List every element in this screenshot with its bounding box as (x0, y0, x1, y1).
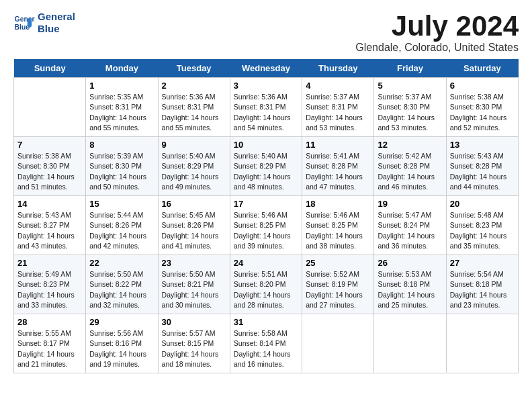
day-number: 19 (378, 199, 442, 209)
day-info: Sunrise: 5:38 AM Sunset: 8:30 PM Dayligh… (17, 151, 82, 192)
logo-text-line2: Blue (38, 23, 75, 35)
day-number: 21 (17, 258, 82, 268)
day-info: Sunrise: 5:56 AM Sunset: 8:16 PM Dayligh… (89, 328, 154, 369)
day-number: 26 (378, 258, 442, 268)
calendar-day-cell (446, 314, 518, 373)
day-number: 27 (450, 258, 515, 268)
day-info: Sunrise: 5:38 AM Sunset: 8:30 PM Dayligh… (450, 92, 515, 133)
day-number: 18 (306, 199, 370, 209)
calendar-day-cell: 22Sunrise: 5:50 AM Sunset: 8:22 PM Dayli… (86, 255, 158, 314)
calendar-day-cell (302, 314, 374, 373)
day-info: Sunrise: 5:57 AM Sunset: 8:15 PM Dayligh… (162, 328, 226, 369)
location: Glendale, Colorado, United States (355, 42, 519, 54)
calendar-day-cell: 21Sunrise: 5:49 AM Sunset: 8:23 PM Dayli… (14, 255, 86, 314)
calendar-day-cell: 1Sunrise: 5:35 AM Sunset: 8:31 PM Daylig… (86, 78, 158, 137)
day-info: Sunrise: 5:51 AM Sunset: 8:20 PM Dayligh… (234, 269, 298, 310)
day-number: 15 (89, 199, 154, 209)
day-info: Sunrise: 5:36 AM Sunset: 8:31 PM Dayligh… (162, 92, 226, 133)
calendar-day-cell: 16Sunrise: 5:45 AM Sunset: 8:26 PM Dayli… (158, 196, 230, 255)
day-info: Sunrise: 5:49 AM Sunset: 8:23 PM Dayligh… (17, 269, 82, 310)
day-number: 3 (234, 81, 298, 91)
calendar-day-cell: 7Sunrise: 5:38 AM Sunset: 8:30 PM Daylig… (14, 137, 86, 196)
weekday-header: Sunday (14, 59, 86, 78)
day-info: Sunrise: 5:50 AM Sunset: 8:22 PM Dayligh… (89, 269, 154, 310)
day-info: Sunrise: 5:47 AM Sunset: 8:24 PM Dayligh… (378, 210, 442, 251)
day-info: Sunrise: 5:48 AM Sunset: 8:23 PM Dayligh… (450, 210, 515, 251)
calendar-day-cell: 5Sunrise: 5:37 AM Sunset: 8:30 PM Daylig… (374, 78, 446, 137)
day-number: 8 (89, 140, 154, 150)
day-number: 6 (450, 81, 515, 91)
month-title: July 2024 (355, 11, 519, 42)
day-number: 25 (306, 258, 370, 268)
calendar-week-row: 14Sunrise: 5:43 AM Sunset: 8:27 PM Dayli… (14, 196, 519, 255)
day-number: 2 (162, 81, 226, 91)
day-info: Sunrise: 5:36 AM Sunset: 8:31 PM Dayligh… (234, 92, 298, 133)
day-info: Sunrise: 5:46 AM Sunset: 8:25 PM Dayligh… (234, 210, 298, 251)
day-number: 29 (89, 317, 154, 327)
calendar-day-cell: 6Sunrise: 5:38 AM Sunset: 8:30 PM Daylig… (446, 78, 518, 137)
day-number: 30 (162, 317, 226, 327)
calendar-day-cell: 20Sunrise: 5:48 AM Sunset: 8:23 PM Dayli… (446, 196, 518, 255)
day-info: Sunrise: 5:43 AM Sunset: 8:27 PM Dayligh… (17, 210, 82, 251)
calendar-day-cell: 12Sunrise: 5:42 AM Sunset: 8:28 PM Dayli… (374, 137, 446, 196)
day-number: 11 (306, 140, 370, 150)
day-number: 9 (162, 140, 226, 150)
day-info: Sunrise: 5:37 AM Sunset: 8:31 PM Dayligh… (306, 92, 370, 133)
weekday-header: Monday (86, 59, 158, 78)
title-block: July 2024 Glendale, Colorado, United Sta… (355, 11, 519, 54)
day-info: Sunrise: 5:41 AM Sunset: 8:28 PM Dayligh… (306, 151, 370, 192)
day-number: 5 (378, 81, 442, 91)
calendar-week-row: 21Sunrise: 5:49 AM Sunset: 8:23 PM Dayli… (14, 255, 519, 314)
calendar-day-cell: 28Sunrise: 5:55 AM Sunset: 8:17 PM Dayli… (14, 314, 86, 373)
calendar-day-cell: 25Sunrise: 5:52 AM Sunset: 8:19 PM Dayli… (302, 255, 374, 314)
calendar-day-cell: 30Sunrise: 5:57 AM Sunset: 8:15 PM Dayli… (158, 314, 230, 373)
day-info: Sunrise: 5:55 AM Sunset: 8:17 PM Dayligh… (17, 328, 82, 369)
day-number: 22 (89, 258, 154, 268)
day-number: 14 (17, 199, 82, 209)
calendar-day-cell: 24Sunrise: 5:51 AM Sunset: 8:20 PM Dayli… (230, 255, 302, 314)
calendar-day-cell: 26Sunrise: 5:53 AM Sunset: 8:18 PM Dayli… (374, 255, 446, 314)
calendar-table: SundayMondayTuesdayWednesdayThursdayFrid… (13, 59, 519, 373)
day-number: 4 (306, 81, 370, 91)
logo: General Blue General Blue (13, 11, 75, 35)
day-info: Sunrise: 5:46 AM Sunset: 8:25 PM Dayligh… (306, 210, 370, 251)
weekday-header: Saturday (446, 59, 518, 78)
calendar-day-cell: 2Sunrise: 5:36 AM Sunset: 8:31 PM Daylig… (158, 78, 230, 137)
calendar-day-cell: 23Sunrise: 5:50 AM Sunset: 8:21 PM Dayli… (158, 255, 230, 314)
calendar-day-cell: 18Sunrise: 5:46 AM Sunset: 8:25 PM Dayli… (302, 196, 374, 255)
day-number: 1 (89, 81, 154, 91)
day-number: 20 (450, 199, 515, 209)
day-info: Sunrise: 5:58 AM Sunset: 8:14 PM Dayligh… (234, 328, 298, 369)
day-number: 12 (378, 140, 442, 150)
day-info: Sunrise: 5:53 AM Sunset: 8:18 PM Dayligh… (378, 269, 442, 310)
calendar-day-cell: 14Sunrise: 5:43 AM Sunset: 8:27 PM Dayli… (14, 196, 86, 255)
day-number: 17 (234, 199, 298, 209)
calendar-day-cell: 27Sunrise: 5:54 AM Sunset: 8:18 PM Dayli… (446, 255, 518, 314)
day-info: Sunrise: 5:43 AM Sunset: 8:28 PM Dayligh… (450, 151, 515, 192)
day-number: 16 (162, 199, 226, 209)
header: General Blue General Blue July 2024 Glen… (13, 11, 519, 54)
calendar-day-cell: 3Sunrise: 5:36 AM Sunset: 8:31 PM Daylig… (230, 78, 302, 137)
day-info: Sunrise: 5:39 AM Sunset: 8:30 PM Dayligh… (89, 151, 154, 192)
day-info: Sunrise: 5:42 AM Sunset: 8:28 PM Dayligh… (378, 151, 442, 192)
svg-text:General: General (15, 15, 35, 23)
day-info: Sunrise: 5:37 AM Sunset: 8:30 PM Dayligh… (378, 92, 442, 133)
calendar-day-cell: 31Sunrise: 5:58 AM Sunset: 8:14 PM Dayli… (230, 314, 302, 373)
weekday-header: Tuesday (158, 59, 230, 78)
weekday-header: Wednesday (230, 59, 302, 78)
day-info: Sunrise: 5:52 AM Sunset: 8:19 PM Dayligh… (306, 269, 370, 310)
calendar-day-cell: 9Sunrise: 5:40 AM Sunset: 8:29 PM Daylig… (158, 137, 230, 196)
calendar-header: SundayMondayTuesdayWednesdayThursdayFrid… (14, 59, 519, 78)
calendar-day-cell: 29Sunrise: 5:56 AM Sunset: 8:16 PM Dayli… (86, 314, 158, 373)
day-info: Sunrise: 5:44 AM Sunset: 8:26 PM Dayligh… (89, 210, 154, 251)
calendar-week-row: 1Sunrise: 5:35 AM Sunset: 8:31 PM Daylig… (14, 78, 519, 137)
day-number: 31 (234, 317, 298, 327)
day-number: 24 (234, 258, 298, 268)
day-info: Sunrise: 5:50 AM Sunset: 8:21 PM Dayligh… (162, 269, 226, 310)
day-number: 7 (17, 140, 82, 150)
calendar-day-cell: 8Sunrise: 5:39 AM Sunset: 8:30 PM Daylig… (86, 137, 158, 196)
calendar-day-cell: 10Sunrise: 5:40 AM Sunset: 8:29 PM Dayli… (230, 137, 302, 196)
day-info: Sunrise: 5:40 AM Sunset: 8:29 PM Dayligh… (234, 151, 298, 192)
calendar-day-cell: 13Sunrise: 5:43 AM Sunset: 8:28 PM Dayli… (446, 137, 518, 196)
day-number: 13 (450, 140, 515, 150)
